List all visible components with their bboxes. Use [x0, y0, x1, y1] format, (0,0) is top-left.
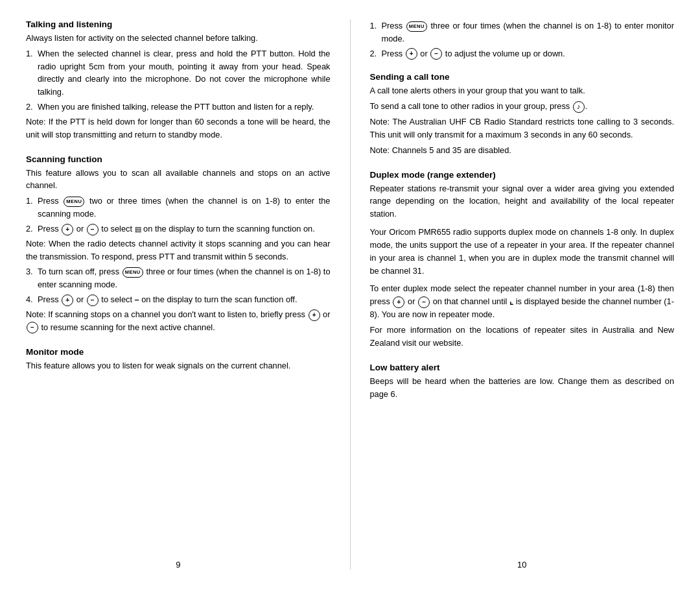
talking-note: Note: If the PTT is held down for longer…: [26, 115, 331, 141]
item-text: Press MENU three or four times (when the…: [382, 19, 675, 45]
talking-listening-title: Talking and listening: [26, 19, 331, 29]
scanning-section: Scanning function This feature allows yo…: [26, 154, 331, 337]
item-num: 1.: [26, 47, 35, 99]
minus-button-icon: −: [418, 296, 430, 308]
plus-button-icon: +: [309, 309, 320, 321]
item-text: Press + or − to select – on the display …: [38, 293, 331, 306]
plus-button-icon: +: [393, 296, 404, 308]
monitor-mode-title: Monitor mode: [26, 347, 331, 357]
call-button-icon: ♪: [573, 101, 585, 113]
plus-button-icon: +: [62, 294, 73, 306]
scanning-item-1: 1. Press MENU two or three times (when t…: [26, 195, 331, 221]
item-num: 2.: [26, 101, 35, 114]
right-page-number: 10: [370, 560, 675, 570]
minus-button-icon: −: [430, 48, 442, 60]
item-num: 1.: [26, 195, 35, 221]
scan-symbol-icon: ▤: [135, 225, 141, 233]
call-tone-note1: Note: The Australian UHF CB Radio Standa…: [370, 115, 675, 141]
talking-item-2: 2. When you are finished talking, releas…: [26, 101, 331, 114]
scanning-intro: This feature allows you to scan all avai…: [26, 167, 331, 193]
duplex-para3: To enter duplex mode select the repeater…: [370, 282, 675, 321]
call-tone-text: To send a call tone to other radios in y…: [370, 100, 675, 113]
talking-listening-intro: Always listen for activity on the select…: [26, 32, 331, 45]
minus-button-icon: −: [87, 294, 99, 306]
item-num: 3.: [26, 265, 35, 291]
item-text: When you are finished talking, release t…: [38, 101, 331, 114]
talking-item-1: 1. When the selected channel is clear, p…: [26, 47, 331, 99]
item-text: When the selected channel is clear, pres…: [38, 47, 331, 99]
monitor-mode-intro: This feature allows you to listen for we…: [26, 359, 331, 372]
item-text: Press + or − to adjust the volume up or …: [382, 47, 675, 60]
menu-button-icon: MENU: [122, 267, 143, 278]
dash-symbol: –: [135, 294, 139, 304]
duplex-mode-title: Duplex mode (range extender): [370, 170, 675, 180]
left-page-number: 9: [26, 560, 331, 570]
scanning-note1: Note: When the radio detects channel act…: [26, 237, 331, 263]
call-tone-section: Sending a call tone A call tone alerts o…: [370, 72, 675, 159]
plus-button-icon: +: [406, 48, 417, 60]
scanning-item-3: 3. To turn scan off, press MENU three or…: [26, 265, 331, 291]
duplex-mode-section: Duplex mode (range extender) Repeater st…: [370, 170, 675, 352]
scanning-item-4: 4. Press + or − to select – on the displ…: [26, 293, 331, 306]
monitor-item-1: 1. Press MENU three or four times (when …: [370, 19, 675, 45]
minus-button-icon: −: [27, 322, 38, 333]
item-text: Press MENU two or three times (when the …: [38, 195, 331, 221]
item-num: 4.: [26, 293, 35, 306]
monitor-item-2: 2. Press + or − to adjust the volume up …: [370, 47, 675, 60]
scanning-title: Scanning function: [26, 154, 331, 164]
call-tone-intro: A call tone alerts others in your group …: [370, 84, 675, 97]
low-battery-text: Beeps will be heard when the batteries a…: [370, 375, 675, 401]
item-num: 2.: [370, 47, 379, 60]
item-text: Press + or − to select ▤ on the display …: [38, 222, 331, 235]
talking-listening-section: Talking and listening Always listen for …: [26, 19, 331, 144]
scanning-note2: Note: If scanning stops on a channel you…: [26, 308, 331, 334]
plus-button-icon: +: [62, 224, 73, 235]
menu-button-icon: MENU: [406, 21, 427, 32]
low-battery-title: Low battery alert: [370, 363, 675, 372]
item-num: 2.: [26, 222, 35, 235]
monitor-mode-section: Monitor mode This feature allows you to …: [26, 347, 331, 375]
duplex-para2: Your Oricom PMR655 radio supports duplex…: [370, 226, 675, 277]
call-tone-note2: Note: Channels 5 and 35 are disabled.: [370, 144, 675, 157]
low-battery-section: Low battery alert Beeps will be heard wh…: [370, 363, 675, 403]
duplex-para1: Repeater stations re-transmit your signa…: [370, 182, 675, 221]
item-num: 1.: [370, 19, 379, 45]
menu-button-icon: MENU: [64, 197, 84, 207]
duplex-para4: For more information on the locations of…: [370, 324, 675, 350]
repeater-symbol: ⌞: [509, 296, 513, 306]
call-tone-title: Sending a call tone: [370, 72, 675, 82]
minus-button-icon: −: [87, 224, 99, 235]
column-divider: [350, 19, 351, 570]
scanning-item-2: 2. Press + or − to select ▤ on the displ…: [26, 222, 331, 235]
monitor-mode-cont-section: 1. Press MENU three or four times (when …: [370, 19, 675, 62]
item-text: To turn scan off, press MENU three or fo…: [38, 265, 331, 291]
